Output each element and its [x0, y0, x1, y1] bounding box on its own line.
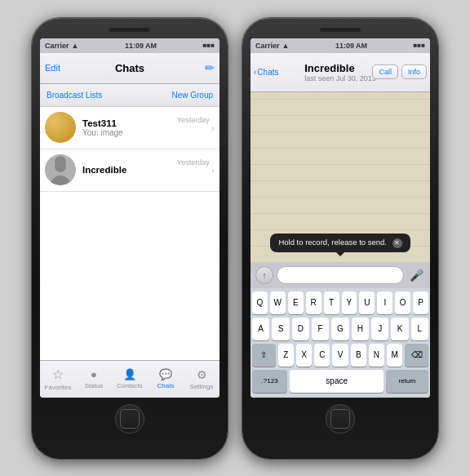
screen-right: Carrier ▲ 11:09 AM ■■■ ‹ Chats Incred [251, 38, 430, 398]
broadcast-lists-link[interactable]: Broadcast Lists [47, 91, 102, 100]
delete-key[interactable]: ⌫ [405, 344, 428, 367]
chevron-left-icon: ‹ [254, 68, 256, 77]
return-key[interactable]: return [386, 370, 428, 393]
nav-bar-right: ‹ Chats Incredible last seen Jul 30, 201… [251, 53, 430, 92]
key-g[interactable]: G [331, 318, 348, 340]
tab-favorites-label: Favorites [45, 384, 72, 391]
info-button[interactable]: Info [401, 65, 427, 79]
tab-contacts-label: Contacts [117, 382, 143, 389]
tab-contacts[interactable]: 👤 Contacts [112, 368, 148, 389]
carrier-left: Carrier ▲ [45, 42, 78, 50]
speaker [109, 28, 150, 32]
key-n[interactable]: N [369, 344, 384, 367]
keyboard-row-1: Q W E R T Y U I O P [252, 291, 428, 314]
chat-time-test311: Yesterday [177, 116, 210, 124]
key-i[interactable]: I [377, 291, 392, 314]
message-input[interactable] [277, 266, 404, 284]
tab-status-label: Status [85, 382, 104, 389]
wifi-icon: ▲ [72, 42, 79, 50]
mic-button[interactable]: 🎤 [407, 266, 425, 284]
key-u[interactable]: U [359, 291, 375, 314]
time-right: 11:09 AM [335, 42, 367, 50]
input-bar: ↑ 🎤 [251, 262, 430, 288]
chat-name-incredible: Incredible [82, 165, 174, 175]
space-key[interactable]: space [290, 370, 384, 393]
home-button-left[interactable] [115, 404, 144, 434]
key-e[interactable]: E [288, 291, 304, 314]
key-y[interactable]: Y [342, 291, 357, 314]
nav-bar-left: Edit Chats ✏ [40, 53, 219, 84]
numbers-key[interactable]: .?123 [252, 370, 287, 393]
star-icon: ☆ [52, 367, 64, 382]
key-k[interactable]: K [391, 318, 408, 340]
battery-left: ■■■ [202, 42, 215, 49]
chevron-right-icon: › [211, 122, 215, 134]
new-group-link[interactable]: New Group [171, 91, 213, 100]
key-z[interactable]: Z [278, 344, 294, 367]
tooltip-close-icon[interactable]: ✕ [392, 238, 402, 248]
key-d[interactable]: D [292, 318, 309, 340]
phone-right: Carrier ▲ 11:09 AM ■■■ ‹ Chats Incred [242, 18, 438, 459]
key-s[interactable]: S [272, 318, 289, 340]
keyboard-row-3: ⇧ Z X C V B N M ⌫ [252, 344, 428, 367]
key-a[interactable]: A [252, 318, 269, 340]
carrier-right: Carrier ▲ [255, 42, 289, 50]
key-x[interactable]: X [296, 344, 312, 367]
key-c[interactable]: C [314, 344, 330, 367]
call-button[interactable]: Call [372, 65, 398, 79]
key-m[interactable]: M [387, 344, 402, 367]
back-button[interactable]: ‹ Chats [254, 68, 278, 77]
key-h[interactable]: H [352, 318, 369, 340]
speaker-right [320, 28, 361, 32]
chats-title: Chats [115, 62, 144, 74]
shift-key[interactable]: ⇧ [252, 344, 276, 367]
compose-button[interactable]: ✏ [205, 61, 215, 74]
avatar-test311 [45, 112, 76, 143]
chats-icon: 💬 [159, 368, 172, 380]
tab-bar: ☆ Favorites ● Status 👤 Contacts 💬 Chats [40, 360, 219, 398]
key-p[interactable]: P [413, 291, 428, 314]
tab-favorites[interactable]: ☆ Favorites [40, 367, 76, 391]
battery-right: ■■■ [413, 42, 425, 49]
key-t[interactable]: T [324, 291, 339, 314]
chat-item-test311[interactable]: Test311 You: image Yesterday › [40, 107, 219, 149]
phone-left: Carrier ▲ 11:09 AM ■■■ Edit Chats ✏ Bro [32, 18, 228, 459]
attachment-button[interactable]: ↑ [255, 266, 273, 284]
chat-area: Hold to record, release to send. ✕ [251, 92, 430, 262]
tab-settings[interactable]: ⚙ Settings [184, 368, 219, 390]
key-l[interactable]: L [411, 318, 428, 340]
time-left: 11:09 AM [125, 42, 157, 50]
chat-item-incredible[interactable]: Incredible Yesterday › [40, 149, 219, 192]
key-w[interactable]: W [270, 291, 286, 314]
chat-time-incredible: Yesterday [177, 158, 210, 167]
avatar-incredible [45, 154, 76, 185]
tab-chats[interactable]: 💬 Chats [148, 368, 184, 389]
chat-title: Incredible [304, 62, 376, 74]
home-button-right[interactable] [326, 404, 355, 434]
keyboard-bottom-row: .?123 space return [252, 370, 428, 393]
tooltip-bubble: Hold to record, release to send. ✕ [270, 234, 410, 251]
tab-status[interactable]: ● Status [76, 368, 112, 389]
contacts-icon: 👤 [123, 368, 136, 380]
chat-name-test311: Test311 [82, 118, 174, 128]
tab-chats-label: Chats [157, 382, 175, 389]
chat-list: Test311 You: image Yesterday › [40, 107, 219, 360]
edit-button[interactable]: Edit [45, 63, 60, 73]
chevron-right-icon-2: › [211, 164, 215, 176]
sub-nav: Broadcast Lists New Group [40, 84, 219, 107]
status-bar-left: Carrier ▲ 11:09 AM ■■■ [40, 38, 219, 53]
keyboard: Q W E R T Y U I O P A S D [251, 288, 430, 398]
wifi-icon-right: ▲ [282, 42, 290, 50]
nav-actions: Call Info [372, 65, 427, 79]
key-q[interactable]: Q [252, 291, 268, 314]
key-o[interactable]: O [395, 291, 410, 314]
chat-preview-test311: You: image [82, 128, 174, 137]
keyboard-row-2: A S D F G H J K L [252, 318, 428, 340]
key-b[interactable]: B [351, 344, 366, 367]
tab-settings-label: Settings [190, 383, 214, 390]
key-v[interactable]: V [332, 344, 348, 367]
key-j[interactable]: J [371, 318, 388, 340]
status-bar-right: Carrier ▲ 11:09 AM ■■■ [251, 38, 430, 53]
key-f[interactable]: F [312, 318, 329, 340]
key-r[interactable]: R [306, 291, 321, 314]
